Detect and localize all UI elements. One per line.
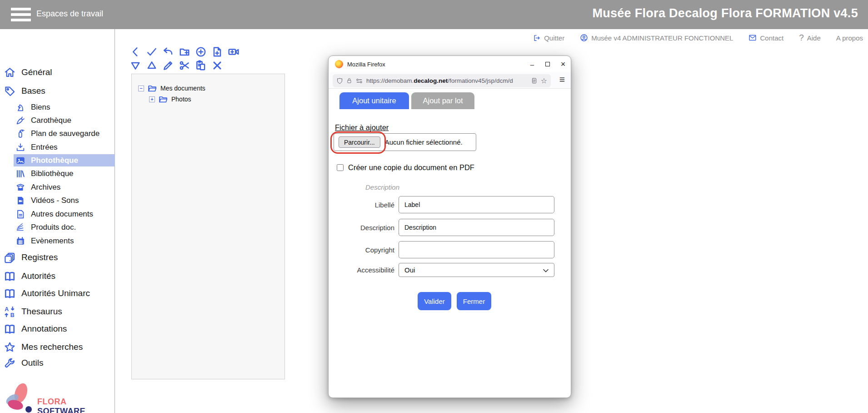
application-window: Espaces de travail Musée Flora Decalog F… — [0, 0, 868, 413]
sidebar-item-annotations[interactable]: Annotations — [4, 322, 113, 336]
sidebar-item-bases[interactable]: Bases — [4, 84, 113, 98]
file-input[interactable]: Parcourir... Aucun fichier sélectionné. — [334, 133, 476, 151]
copyright-field[interactable] — [399, 241, 554, 258]
sidebar-item-label: Autorités Unimarc — [21, 288, 90, 298]
no-file-selected-text: Aucun fichier sélectionné. — [385, 138, 463, 146]
flora-logo-petals — [3, 382, 35, 413]
sidebar-item-label: Biens — [31, 103, 50, 112]
sidebar-item-mes-recherches[interactable]: Mes recherches — [4, 340, 113, 354]
folder-add-icon[interactable] — [178, 45, 191, 58]
apropos-label: A propos — [836, 34, 863, 42]
user-name-label: Musée v4 ADMINISTRATEUR FONCTIONNEL — [591, 34, 733, 42]
pdf-copy-label[interactable]: Créer une copie du document en PDF — [348, 163, 474, 172]
circle-add-icon[interactable] — [194, 45, 207, 58]
tree-node-label[interactable]: Photos — [171, 96, 191, 103]
sidebar-item-label: Mes recherches — [21, 342, 83, 352]
sidebar-item-label: Entrées — [31, 143, 58, 152]
top-links-bar: Quitter Musée v4 ADMINISTRATEUR FONCTION… — [533, 33, 863, 43]
form-row-accessibilite: Accessibilité Oui — [329, 263, 565, 277]
records-toolbar — [129, 45, 240, 72]
sort-az-icon: AB — [4, 306, 16, 318]
file-add-icon[interactable] — [210, 45, 224, 58]
sidebar-item-autorites[interactable]: Autorités — [4, 269, 113, 283]
sidebar-item-label: Evènements — [31, 237, 74, 246]
sidebar-item-phototheque[interactable]: Photothèque — [14, 154, 115, 166]
bookmark-star-icon[interactable]: ☆ — [541, 76, 547, 85]
reader-mode-icon[interactable] — [531, 77, 538, 84]
description-field[interactable] — [399, 219, 554, 236]
collapse-expander-icon[interactable]: − — [138, 86, 144, 91]
contact-label: Contact — [760, 34, 783, 42]
sidebar-item-label: Plan de sauvegarde — [31, 129, 100, 138]
wrench-icon — [4, 357, 16, 369]
chess-knight-icon — [15, 102, 25, 112]
sidebar-item-carotheque[interactable]: Carothèque — [14, 114, 115, 126]
tab-ajout-unitaire[interactable]: Ajout unitaire — [339, 92, 409, 109]
sidebar-item-evenements[interactable]: Evènements — [14, 235, 115, 247]
pencil-icon[interactable] — [161, 59, 175, 72]
firefox-menu-icon[interactable]: ≡ — [559, 75, 565, 85]
sidebar-item-archives[interactable]: Archives — [14, 181, 115, 193]
url-text[interactable]: https://demobam.decalog.net/formationv45… — [366, 77, 528, 84]
accessibilite-select[interactable]: Oui — [399, 263, 554, 277]
sidebar-item-label: Annotations — [21, 324, 67, 334]
close-button[interactable]: × — [555, 57, 571, 71]
clipboard-paste-icon[interactable] — [194, 59, 207, 72]
apropos-link[interactable]: A propos — [836, 34, 863, 42]
libelle-field[interactable] — [399, 196, 554, 213]
image-icon — [15, 156, 25, 166]
valider-button[interactable]: Valider — [418, 292, 451, 310]
maximize-icon — [545, 62, 550, 66]
sidebar-item-entrees[interactable]: Entrées — [14, 141, 115, 153]
sidebar-item-thesaurus[interactable]: AB Thesaurus — [4, 305, 113, 318]
expand-expander-icon[interactable]: + — [149, 96, 155, 102]
hamburger-menu-icon[interactable] — [11, 8, 31, 21]
document-icon — [15, 209, 25, 219]
browse-button[interactable]: Parcourir... — [339, 136, 380, 148]
tab-ajout-par-lot[interactable]: Ajout par lot — [411, 92, 474, 109]
check-icon[interactable] — [145, 45, 158, 58]
minimize-button[interactable]: – — [524, 57, 540, 71]
sidebar-item-label: Autres documents — [31, 210, 93, 219]
triangle-down-icon[interactable] — [129, 59, 142, 72]
maximize-button[interactable] — [540, 57, 555, 71]
pdf-copy-checkbox[interactable] — [337, 164, 344, 171]
triangle-up-icon[interactable] — [145, 59, 158, 72]
video-add-icon[interactable] — [227, 45, 240, 58]
aide-link[interactable]: ? Aide — [799, 33, 821, 43]
fermer-button[interactable]: Fermer — [457, 292, 491, 310]
description-label: Description — [329, 224, 399, 232]
undo-icon[interactable] — [161, 45, 175, 58]
sidebar-item-autres-documents[interactable]: Autres documents — [14, 208, 115, 220]
sidebar-item-videos-sons[interactable]: Vidéos - Sons — [14, 194, 115, 206]
sidebar-item-biens[interactable]: Biens — [14, 101, 115, 113]
sidebar-item-autorites-unimarc[interactable]: Autorités Unimarc — [4, 287, 113, 300]
video-file-icon — [15, 196, 25, 206]
tag-icon — [4, 85, 16, 97]
sidebar-item-label: Bibliothèque — [31, 169, 74, 178]
address-bar[interactable]: https://demobam.decalog.net/formationv45… — [333, 74, 551, 87]
sidebar-item-plan-de-sauvegarde[interactable]: Plan de sauvegarde — [14, 127, 115, 140]
sidebar-item-general[interactable]: Général — [4, 65, 113, 79]
user-account-link[interactable]: Musée v4 ADMINISTRATEUR FONCTIONNEL — [580, 34, 733, 42]
mail-icon — [748, 34, 757, 41]
form-row-copyright: Copyright — [329, 241, 565, 258]
pdf-copy-row: Créer une copie du document en PDF — [337, 163, 474, 172]
sidebar-item-produits-doc[interactable]: Produits doc. — [14, 221, 115, 233]
open-book-icon — [4, 323, 16, 335]
popup-titlebar[interactable]: Mozilla Firefox – × — [329, 56, 571, 72]
sidebar-item-bibliotheque[interactable]: Bibliothèque — [14, 167, 115, 180]
form-row-description: Description — [329, 219, 565, 236]
libelle-label: Libellé — [329, 201, 399, 209]
chevron-left-icon[interactable] — [129, 45, 142, 58]
sidebar-item-label: Archives — [31, 183, 60, 192]
close-x-icon[interactable] — [210, 59, 224, 72]
sidebar-item-label: Bases — [21, 86, 45, 96]
sidebar-item-registres[interactable]: Registres — [4, 251, 113, 264]
contact-link[interactable]: Contact — [748, 34, 783, 42]
quitter-link[interactable]: Quitter — [533, 34, 564, 42]
sidebar-item-outils[interactable]: Outils — [4, 356, 113, 370]
star-icon — [4, 341, 16, 353]
tree-node-label[interactable]: Mes documents — [160, 85, 205, 92]
scissors-icon[interactable] — [178, 59, 191, 72]
